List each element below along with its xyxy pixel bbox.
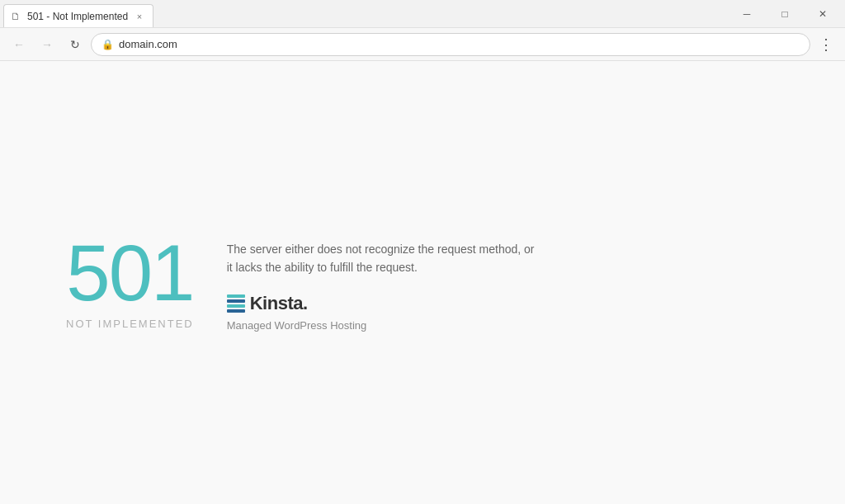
- tab-area: 🗋 501 - Not Implemented ×: [0, 0, 725, 27]
- tab-label: 501 - Not Implemented: [27, 11, 128, 22]
- address-bar[interactable]: 🔒: [91, 33, 810, 56]
- kinsta-logo-icon: [227, 294, 245, 313]
- page-content: 501 NOT IMPLEMENTED The server either do…: [0, 61, 845, 504]
- kinsta-tagline: Managed WordPress Hosting: [227, 319, 541, 332]
- window-controls: ─ □ ✕: [725, 0, 845, 27]
- active-tab[interactable]: 🗋 501 - Not Implemented ×: [3, 4, 153, 27]
- new-tab-button[interactable]: [157, 4, 180, 27]
- close-button[interactable]: ✕: [804, 0, 842, 28]
- error-container: 501 NOT IMPLEMENTED The server either do…: [66, 233, 541, 332]
- maximize-button[interactable]: □: [766, 0, 804, 28]
- kinsta-brand: Kinsta.: [227, 293, 541, 314]
- reload-button[interactable]: ↻: [63, 32, 87, 57]
- error-label: NOT IMPLEMENTED: [66, 318, 194, 330]
- error-code-block: 501 NOT IMPLEMENTED: [66, 233, 194, 330]
- kinsta-brand-name: Kinsta.: [250, 293, 308, 314]
- forward-button[interactable]: →: [35, 32, 59, 57]
- title-bar: 🗋 501 - Not Implemented × ─ □ ✕: [0, 0, 845, 28]
- tab-favicon-icon: 🗋: [11, 11, 22, 22]
- browser-menu-button[interactable]: ⋮: [814, 32, 838, 57]
- browser-window: 🗋 501 - Not Implemented × ─ □ ✕ ← → ↻ 🔒 …: [0, 0, 845, 504]
- address-lock-icon: 🔒: [101, 39, 114, 50]
- back-button[interactable]: ←: [7, 32, 31, 57]
- navigation-bar: ← → ↻ 🔒 ⋮: [0, 28, 845, 61]
- minimize-button[interactable]: ─: [728, 0, 766, 28]
- error-description: The server either does not recognize the…: [227, 240, 541, 277]
- error-info: The server either does not recognize the…: [227, 233, 541, 332]
- error-code: 501: [66, 233, 193, 313]
- tab-close-button[interactable]: ×: [133, 10, 146, 23]
- address-input[interactable]: [119, 38, 800, 50]
